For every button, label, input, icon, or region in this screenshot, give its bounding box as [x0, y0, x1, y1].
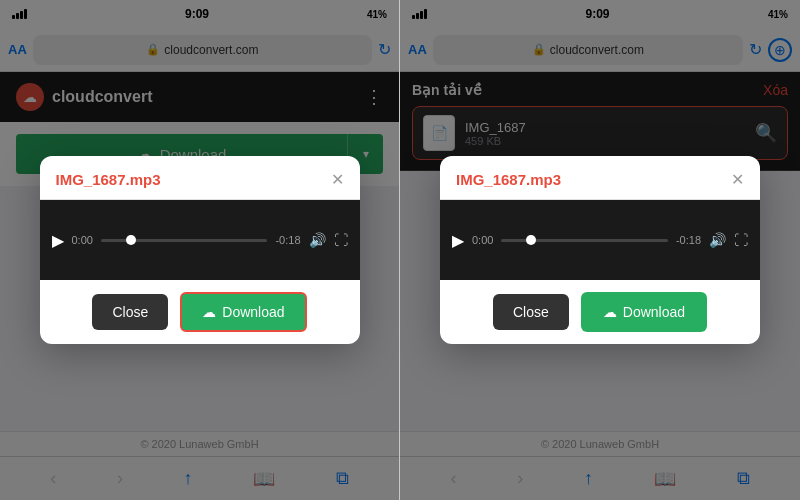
left-download-button[interactable]: ☁ Download — [180, 292, 306, 332]
right-time-end: -0:18 — [676, 234, 701, 246]
left-audio-icons: 🔊 ⛶ — [309, 232, 348, 248]
left-modal-audio: ▶ 0:00 -0:18 🔊 ⛶ — [40, 200, 360, 280]
left-time-start: 0:00 — [72, 234, 93, 246]
right-close-button[interactable]: Close — [493, 294, 569, 330]
right-modal-title: IMG_1687.mp3 — [456, 171, 561, 188]
left-play-button[interactable]: ▶ — [52, 231, 64, 250]
right-download-button[interactable]: ☁ Download — [581, 292, 707, 332]
right-phone-panel: 9:09 41% AA 🔒 cloudconvert.com ↻ ⊕ Bạn t… — [400, 0, 800, 500]
right-audio-icons: 🔊 ⛶ — [709, 232, 748, 248]
left-close-button[interactable]: Close — [92, 294, 168, 330]
right-time-start: 0:00 — [472, 234, 493, 246]
right-play-button[interactable]: ▶ — [452, 231, 464, 250]
left-progress-bar[interactable] — [101, 239, 268, 242]
right-download-icon: ☁ — [603, 304, 617, 320]
right-modal-overlay: IMG_1687.mp3 ✕ ▶ 0:00 -0:18 🔊 ⛶ Close — [400, 0, 800, 500]
left-phone-panel: 9:09 41% AA 🔒 cloudconvert.com ↻ ☁ cloud… — [0, 0, 400, 500]
left-download-icon: ☁ — [202, 304, 216, 320]
right-modal-close-button[interactable]: ✕ — [731, 170, 744, 189]
left-time-end: -0:18 — [275, 234, 300, 246]
left-modal-footer: Close ☁ Download — [40, 280, 360, 344]
left-screen-icon: ⛶ — [334, 232, 348, 248]
left-modal-close-button[interactable]: ✕ — [331, 170, 344, 189]
right-screen-icon: ⛶ — [734, 232, 748, 248]
right-modal-box: IMG_1687.mp3 ✕ ▶ 0:00 -0:18 🔊 ⛶ Close — [440, 156, 760, 344]
right-modal-audio: ▶ 0:00 -0:18 🔊 ⛶ — [440, 200, 760, 280]
right-volume-icon: 🔊 — [709, 232, 726, 248]
right-modal-header: IMG_1687.mp3 ✕ — [440, 156, 760, 200]
right-modal-footer: Close ☁ Download — [440, 280, 760, 344]
left-modal-title: IMG_1687.mp3 — [56, 171, 161, 188]
left-volume-icon: 🔊 — [309, 232, 326, 248]
left-modal-overlay: IMG_1687.mp3 ✕ ▶ 0:00 -0:18 🔊 ⛶ Close — [0, 0, 399, 500]
left-progress-dot — [126, 235, 136, 245]
left-modal-header: IMG_1687.mp3 ✕ — [40, 156, 360, 200]
right-progress-dot — [526, 235, 536, 245]
left-modal-box: IMG_1687.mp3 ✕ ▶ 0:00 -0:18 🔊 ⛶ Close — [40, 156, 360, 344]
right-progress-bar[interactable] — [501, 239, 668, 242]
